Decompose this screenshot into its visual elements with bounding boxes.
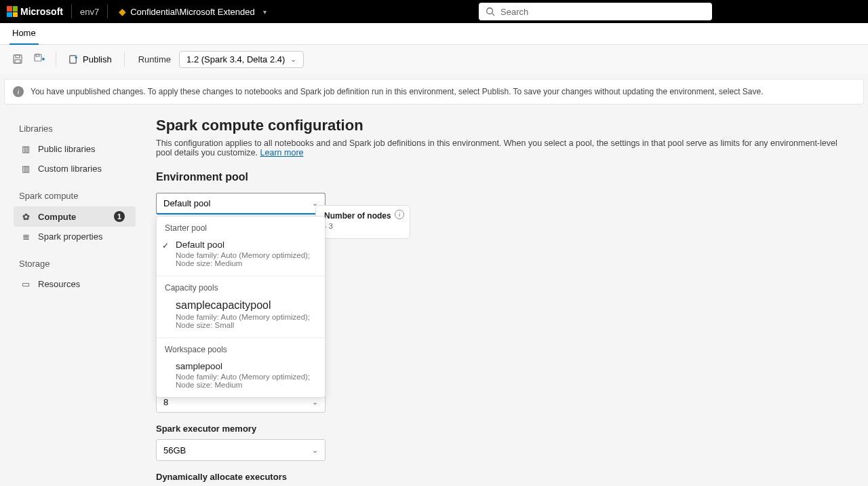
search-input[interactable]: Search (479, 3, 712, 20)
dropdown-item-default-pool[interactable]: ✓ Default pool Node family: Auto (Memory… (157, 236, 325, 272)
runtime-select[interactable]: 1.2 (Spark 3.4, Delta 2.4) ⌄ (179, 51, 304, 68)
chevron-down-icon: ⌄ (312, 398, 318, 407)
gear-icon: ✿ (20, 212, 31, 222)
divider (107, 5, 108, 18)
svg-line-1 (492, 14, 495, 16)
svg-rect-6 (36, 54, 39, 56)
dynamic-allocation-label: Dynamically allocate executors (156, 472, 848, 482)
executor-memory-value: 56GB (163, 445, 186, 455)
info-bar: i You have unpublished changes. To apply… (4, 79, 864, 105)
executor-memory-select[interactable]: 56GB ⌄ (156, 439, 326, 461)
chevron-down-icon: ⌄ (290, 55, 296, 64)
nodes-card-value: - 3 (324, 222, 401, 230)
divider (71, 5, 72, 18)
page-title: Spark compute configuration (156, 117, 848, 134)
dropdown-item-sub: Node family: Auto (Memory optimized); No… (176, 313, 317, 329)
dropdown-group-starter: Starter pool (157, 221, 325, 236)
shield-icon: ◆ (119, 6, 126, 17)
search-placeholder: Search (500, 7, 528, 17)
dropdown-item-sub: Node family: Auto (Memory optimized); No… (176, 251, 317, 267)
info-text: You have unpublished changes. To apply t… (31, 87, 764, 96)
info-icon: i (13, 86, 24, 97)
properties-icon: ≣ (20, 231, 31, 242)
learn-more-link[interactable]: Learn more (260, 148, 304, 157)
environment-name[interactable]: env7 (80, 7, 99, 17)
ms-text: Microsoft (20, 6, 63, 17)
pool-select-container: Default pool ⌄ Starter pool ✓ Default po… (156, 193, 326, 214)
pool-select[interactable]: Default pool ⌄ (156, 193, 326, 214)
dropdown-item-name: samplecapacitypool (176, 299, 317, 312)
sidebar-item-spark-properties[interactable]: ≣ Spark properties (14, 227, 136, 246)
sidebar-item-resources[interactable]: ▭ Resources (14, 274, 136, 294)
ms-logo-icon (7, 6, 18, 17)
folder-icon: ▭ (20, 279, 31, 289)
page-description: This configuration applies to all notebo… (156, 138, 848, 157)
cores-value: 8 (163, 397, 168, 407)
svg-rect-3 (16, 55, 20, 58)
microsoft-logo[interactable]: Microsoft (7, 6, 63, 17)
svg-point-0 (487, 8, 493, 14)
save-button[interactable] (8, 50, 27, 69)
publish-label: Publish (83, 54, 112, 64)
separator (56, 52, 56, 67)
compute-badge: 1 (114, 211, 125, 222)
section-environment-pool: Environment pool (156, 171, 848, 183)
top-bar: Microsoft env7 ◆ Confidential\Microsoft … (0, 0, 868, 23)
tab-home[interactable]: Home (9, 23, 39, 45)
pool-select-value: Default pool (163, 198, 210, 208)
svg-rect-7 (70, 55, 76, 62)
sidebar-group-libraries: Libraries (19, 124, 130, 134)
sidebar-item-compute[interactable]: ✿ Compute 1 (14, 206, 136, 227)
search-container: Search (479, 3, 712, 20)
dropdown-item-samplecapacitypool[interactable]: samplecapacitypool Node family: Auto (Me… (157, 295, 325, 333)
sensitivity-label[interactable]: ◆ Confidential\Microsoft Extended ▾ (119, 6, 267, 17)
sidebar-group-storage: Storage (19, 259, 130, 269)
svg-rect-4 (15, 60, 20, 63)
library-icon: ▥ (20, 164, 31, 174)
runtime-label: Runtime (138, 54, 171, 64)
sidebar-group-spark-compute: Spark compute (19, 191, 130, 201)
separator (124, 52, 125, 67)
chevron-down-icon: ⌄ (312, 446, 318, 455)
dropdown-item-name: Default pool (176, 240, 317, 250)
search-icon (486, 7, 495, 16)
executor-memory-label: Spark executor memory (156, 424, 848, 434)
publish-button[interactable]: Publish (63, 52, 117, 67)
dropdown-item-sub: Node family: Auto (Memory optimized); No… (176, 373, 317, 389)
toolbar: Publish Runtime 1.2 (Spark 3.4, Delta 2.… (0, 45, 868, 73)
main-content: Spark compute configuration This configu… (136, 110, 868, 486)
library-icon: ▥ (20, 144, 31, 154)
nodes-card-title: Number of nodes (324, 211, 401, 221)
sidebar-item-public-libraries[interactable]: ▥ Public libraries (14, 139, 136, 159)
nodes-card: i Number of nodes - 3 (315, 205, 410, 239)
pool-dropdown: Starter pool ✓ Default pool Node family:… (156, 216, 326, 398)
sidebar-item-custom-libraries[interactable]: ▥ Custom libraries (14, 159, 136, 179)
dropdown-group-workspace: Workspace pools (157, 342, 325, 357)
check-icon: ✓ (162, 241, 169, 250)
chevron-down-icon: ▾ (263, 8, 267, 16)
dropdown-item-samplepool[interactable]: samplepool Node family: Auto (Memory opt… (157, 357, 325, 393)
sensitivity-text: Confidential\Microsoft Extended (130, 7, 255, 17)
sidebar: Libraries ▥ Public libraries ▥ Custom li… (0, 110, 136, 486)
dropdown-group-capacity: Capacity pools (157, 280, 325, 295)
info-icon[interactable]: i (395, 210, 404, 219)
dropdown-item-name: samplepool (176, 361, 317, 371)
save-as-button[interactable] (30, 50, 49, 69)
tab-bar: Home (0, 23, 868, 45)
runtime-value: 1.2 (Spark 3.4, Delta 2.4) (186, 54, 285, 64)
